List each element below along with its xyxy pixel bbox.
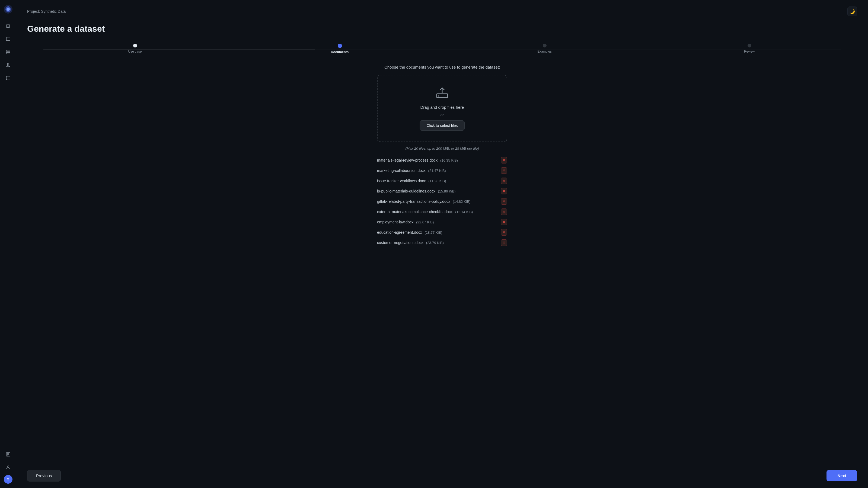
step-label-documents: Documents bbox=[331, 50, 348, 54]
file-size: (21.47 KiB) bbox=[427, 169, 446, 173]
file-name: materials-legal-review-process.docx (16.… bbox=[377, 158, 458, 162]
svg-rect-4 bbox=[6, 53, 10, 54]
sidebar: ⊞ bbox=[0, 0, 16, 488]
file-name: issue-tracker-workflows.docx (11.28 KiB) bbox=[377, 178, 446, 183]
step-review: Review bbox=[647, 44, 852, 54]
remove-file-button[interactable]: ✕ bbox=[501, 188, 507, 194]
file-dropzone[interactable]: Drag and drop files here or Click to sel… bbox=[377, 75, 507, 142]
file-name: education-agreement.docx (18.77 KiB) bbox=[377, 230, 442, 234]
step-label-review: Review bbox=[744, 50, 755, 54]
footer: Previous Next bbox=[16, 463, 868, 488]
file-size: (23.79 KiB) bbox=[425, 241, 444, 245]
step-dot-documents bbox=[338, 44, 342, 48]
project-title: Project: Synthetic Data bbox=[27, 9, 66, 13]
stepper: Use case Documents Examples Review bbox=[27, 44, 857, 54]
file-item: employment-law.docx (22.67 KiB) ✕ bbox=[377, 218, 507, 226]
file-size: (18.77 KiB) bbox=[424, 230, 442, 234]
file-item: customer-negotiations.docx (23.79 KiB) ✕ bbox=[377, 238, 507, 247]
file-item: marketing-collaboration.docx (21.47 KiB)… bbox=[377, 166, 507, 175]
step-label-use-case: Use case bbox=[128, 50, 142, 54]
avatar[interactable]: Y bbox=[4, 475, 12, 484]
file-name: employment-law.docx (22.67 KiB) bbox=[377, 220, 434, 224]
file-item: materials-legal-review-process.docx (16.… bbox=[377, 156, 507, 165]
file-name: external-materials-compliance-checklist.… bbox=[377, 209, 473, 214]
svg-point-1 bbox=[6, 8, 10, 11]
remove-file-button[interactable]: ✕ bbox=[501, 239, 507, 246]
file-name: gitlab-related-party-transactions-policy… bbox=[377, 199, 470, 204]
file-item: ip-public-materials-guidelines.docx (15.… bbox=[377, 187, 507, 195]
dark-mode-button[interactable]: 🌙 bbox=[847, 6, 857, 16]
file-size: (16.35 KiB) bbox=[439, 158, 458, 162]
main-content: Project: Synthetic Data 🌙 Generate a dat… bbox=[16, 0, 868, 463]
sidebar-item-datasets[interactable] bbox=[3, 46, 13, 58]
sidebar-item-experiments[interactable] bbox=[3, 60, 13, 70]
remove-file-button[interactable]: ✕ bbox=[501, 157, 507, 163]
file-limit-note: (Max 20 files, up to 200 MiB, or 25 MiB … bbox=[405, 147, 479, 151]
remove-file-button[interactable]: ✕ bbox=[501, 219, 507, 225]
remove-file-button[interactable]: ✕ bbox=[501, 229, 507, 236]
file-item: gitlab-related-party-transactions-policy… bbox=[377, 197, 507, 206]
page-title: Generate a dataset bbox=[27, 24, 857, 34]
step-dot-use-case bbox=[133, 44, 137, 47]
file-name: customer-negotiations.docx (23.79 KiB) bbox=[377, 240, 444, 245]
sidebar-item-user[interactable] bbox=[3, 462, 13, 473]
remove-file-button[interactable]: ✕ bbox=[501, 177, 507, 184]
next-button[interactable]: Next bbox=[827, 470, 857, 481]
header: Project: Synthetic Data 🌙 bbox=[27, 6, 857, 16]
file-size: (15.86 KiB) bbox=[437, 189, 456, 193]
svg-point-10 bbox=[7, 466, 9, 467]
step-documents: Documents bbox=[237, 44, 442, 54]
file-size: (11.28 KiB) bbox=[428, 179, 446, 183]
remove-file-button[interactable]: ✕ bbox=[501, 208, 507, 215]
or-text: or bbox=[440, 113, 444, 117]
file-list: materials-legal-review-process.docx (16.… bbox=[377, 156, 507, 247]
step-dot-examples bbox=[543, 44, 547, 47]
sidebar-item-docs[interactable] bbox=[3, 449, 13, 460]
remove-file-button[interactable]: ✕ bbox=[501, 198, 507, 205]
step-examples: Examples bbox=[442, 44, 647, 54]
svg-rect-3 bbox=[6, 52, 10, 53]
upload-icon bbox=[436, 86, 448, 102]
file-size: (22.67 KiB) bbox=[415, 220, 434, 224]
step-use-case: Use case bbox=[33, 44, 237, 54]
drag-text: Drag and drop files here bbox=[421, 105, 464, 109]
file-size: (12.14 KiB) bbox=[454, 210, 473, 214]
svg-rect-2 bbox=[6, 50, 10, 51]
remove-file-button[interactable]: ✕ bbox=[501, 167, 507, 174]
content-area: Choose the documents you want to use to … bbox=[27, 65, 857, 247]
sidebar-item-chat[interactable] bbox=[3, 73, 13, 84]
sidebar-item-files[interactable] bbox=[3, 34, 13, 44]
file-size: (14.82 KiB) bbox=[452, 199, 471, 204]
file-name: ip-public-materials-guidelines.docx (15.… bbox=[377, 189, 456, 193]
sidebar-item-dashboard[interactable]: ⊞ bbox=[3, 21, 13, 31]
file-name: marketing-collaboration.docx (21.47 KiB) bbox=[377, 168, 446, 173]
file-item: external-materials-compliance-checklist.… bbox=[377, 207, 507, 216]
app-logo bbox=[3, 4, 13, 14]
file-item: education-agreement.docx (18.77 KiB) ✕ bbox=[377, 228, 507, 237]
step-dot-review bbox=[748, 44, 751, 47]
previous-button[interactable]: Previous bbox=[27, 470, 61, 482]
file-item: issue-tracker-workflows.docx (11.28 KiB)… bbox=[377, 176, 507, 185]
instructions-text: Choose the documents you want to use to … bbox=[384, 65, 500, 69]
step-label-examples: Examples bbox=[537, 50, 552, 54]
select-files-button[interactable]: Click to select files bbox=[420, 120, 464, 131]
